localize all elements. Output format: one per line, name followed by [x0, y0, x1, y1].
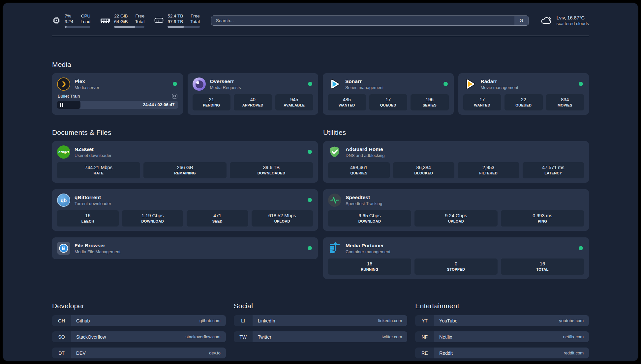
app-title: Speedtest: [346, 194, 382, 201]
bookmark-abbr: RE: [415, 348, 434, 358]
stat-remaining: 266 GBREMAINING: [143, 162, 227, 178]
overseerr-icon: [193, 77, 206, 91]
memory-stat: 22 GiB Free 64 GiB Total: [100, 13, 144, 28]
header-divider: [52, 36, 589, 36]
stat-running: 16RUNNING: [328, 258, 411, 275]
app-card-sonarr[interactable]: Sonarr Series management 485WANTED 17QUE…: [323, 73, 454, 115]
stat-queued: 17QUEUED: [369, 94, 408, 110]
cpu-load-label: Load: [80, 19, 90, 24]
app-card-filebrowser[interactable]: File Browser Media File Management: [52, 237, 318, 259]
cloud-icon: [540, 16, 553, 25]
app-title: Sonarr: [345, 78, 383, 85]
app-subtitle: Media File Management: [75, 249, 120, 255]
status-dot: [173, 82, 177, 86]
app-card-overseerr[interactable]: Overseerr Media Requests 21PENDING 40APP…: [188, 73, 319, 115]
qbittorrent-icon: qb: [57, 194, 70, 207]
stat-series: 196SERIES: [411, 94, 449, 110]
stat-movies: 834MOVIES: [546, 94, 584, 110]
stat-blocked: 86,384BLOCKED: [393, 162, 455, 178]
disk-free-label: Free: [190, 13, 200, 19]
stat-total: 16TOTAL: [501, 258, 584, 275]
status-dot: [579, 246, 583, 250]
stat-leech: 16LEECH: [57, 210, 119, 227]
app-subtitle: Container management: [346, 249, 390, 255]
app-card-radarr[interactable]: Radarr Movie management 17WANTED 22QUEUE…: [458, 73, 589, 115]
search-bar: G: [211, 15, 529, 26]
stat-wanted: 17WANTED: [463, 94, 502, 110]
app-subtitle: Usenet downloader: [75, 153, 111, 158]
bookmark-group-social: Social LI LinkedInlinkedin.com TW Twitte…: [234, 302, 408, 358]
portainer-icon: [328, 242, 341, 255]
status-dot: [579, 82, 583, 86]
bookmark-stackoverflow[interactable]: SO StackOverflowstackoverflow.com: [52, 331, 226, 342]
section-title-utilities: Utilities: [323, 129, 589, 136]
memory-progress-bar: [114, 26, 144, 28]
stat-ping: 0.993 msPING: [501, 210, 584, 227]
app-title: Media Portainer: [346, 242, 390, 249]
bookmark-linkedin[interactable]: LI LinkedInlinkedin.com: [234, 315, 408, 326]
bookmark-netflix[interactable]: NF Netflixnetflix.com: [415, 331, 589, 342]
bookmark-group-entertainment: Entertainment YT YouTubeyoutube.com NF N…: [415, 302, 589, 358]
app-title: File Browser: [75, 242, 120, 249]
app-card-speedtest[interactable]: Speedtest Speedtest Tracking 9.65 GbpsDO…: [323, 189, 589, 231]
disk-total-label: Total: [190, 19, 200, 24]
bookmark-abbr: GH: [52, 315, 71, 326]
pause-icon: [60, 103, 63, 107]
search-input[interactable]: [211, 15, 529, 26]
weather-condition: scattered clouds: [557, 21, 589, 26]
section-title-social: Social: [234, 302, 408, 310]
stat-stopped: 0STOPPED: [414, 258, 498, 275]
app-card-portainer[interactable]: Media Portainer Container management 16R…: [323, 237, 589, 279]
status-dot: [308, 246, 312, 250]
section-title-developer: Developer: [52, 302, 226, 310]
disk-icon: [154, 16, 164, 24]
status-dot: [308, 198, 312, 202]
stat-seed: 471SEED: [187, 210, 248, 227]
bookmark-reddit[interactable]: RE Redditreddit.com: [415, 348, 589, 358]
filebrowser-icon: [57, 242, 70, 255]
search-engine-button[interactable]: G: [514, 16, 529, 25]
app-title: AdGuard Home: [346, 146, 385, 153]
bookmark-dev[interactable]: DT DEVdev.to: [52, 348, 226, 358]
memory-free-label: Free: [135, 13, 145, 19]
bookmark-youtube[interactable]: YT YouTubeyoutube.com: [415, 315, 589, 326]
stat-downloaded: 39.6 TBDOWNLOADED: [230, 162, 313, 178]
bookmark-github[interactable]: GH Githubgithub.com: [52, 315, 226, 326]
app-title: Radarr: [481, 78, 518, 85]
stat-upload: 9.24 GbpsUPLOAD: [414, 210, 498, 227]
app-subtitle: Media server: [75, 85, 99, 90]
system-stats: 7% CPU 3.24 Load 22 GiB Free 64 GiB Tota…: [52, 13, 200, 28]
plex-now-playing: Bullet Train 24:44 / 02:06:47: [57, 94, 178, 109]
app-title: qBittorrent: [75, 194, 111, 201]
bookmark-abbr: DT: [52, 348, 71, 358]
playback-time: 24:44 / 02:06:47: [143, 101, 174, 109]
plex-icon: [57, 77, 70, 91]
memory-total-value: 64 GiB: [114, 19, 128, 24]
disk-stat: 52.4 TB Free 97.9 TB Total: [154, 13, 200, 28]
bookmark-abbr: TW: [234, 331, 253, 342]
section-title-entertainment: Entertainment: [415, 302, 589, 310]
top-bar: 7% CPU 3.24 Load 22 GiB Free 64 GiB Tota…: [52, 13, 589, 28]
app-card-qbittorrent[interactable]: qb qBittorrent Torrent downloader 16LEEC…: [52, 189, 318, 231]
app-title: Plex: [75, 78, 99, 85]
bookmark-abbr: YT: [415, 315, 434, 326]
cpu-load-value: 3.24: [65, 19, 73, 24]
app-card-nzbget[interactable]: nzbget NZBGet Usenet downloader 744.21 M…: [52, 141, 318, 183]
disk-progress-bar: [168, 26, 200, 28]
app-subtitle: DNS and adblocking: [346, 153, 385, 158]
stat-rate: 744.21 MbpsRATE: [57, 162, 140, 178]
stat-filtered: 2,953FILTERED: [458, 162, 519, 178]
app-subtitle: Torrent downloader: [75, 201, 111, 206]
status-dot: [443, 82, 448, 86]
memory-total-label: Total: [135, 19, 145, 24]
disk-total-value: 97.9 TB: [168, 19, 183, 24]
app-subtitle: Series management: [345, 85, 383, 90]
app-card-adguard[interactable]: AdGuard Home DNS and adblocking 498,461Q…: [323, 141, 589, 183]
ram-icon: [100, 16, 110, 24]
app-subtitle: Media Requests: [210, 85, 241, 90]
app-card-plex[interactable]: Plex Media server Bullet Train 24:44 / 0…: [52, 73, 183, 115]
status-dot: [308, 82, 312, 86]
bookmark-twitter[interactable]: TW Twittertwitter.com: [234, 331, 408, 342]
playback-progress-bar: 24:44 / 02:06:47: [57, 101, 178, 109]
stat-queries: 498,461QUERIES: [328, 162, 390, 178]
